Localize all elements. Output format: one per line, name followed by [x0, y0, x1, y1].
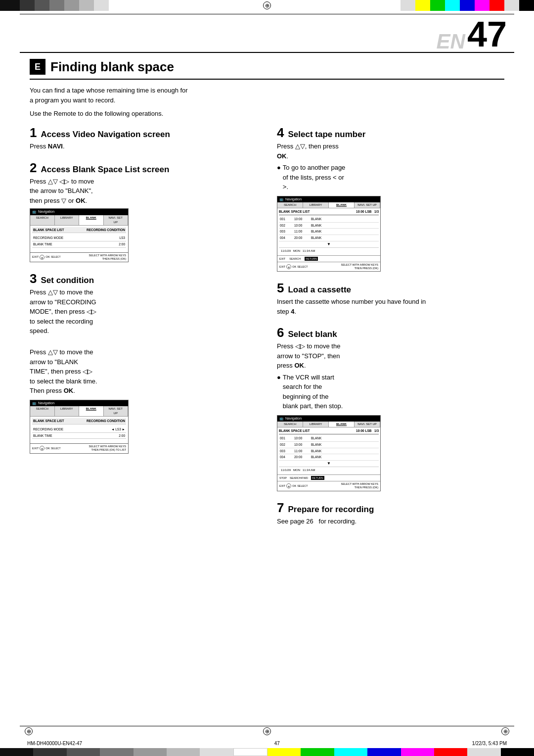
step-5: 5 Load a cassette Insert the cassette wh…	[277, 282, 504, 316]
step-3-body: Press △▽ to move thearrow to "RECORDINGM…	[30, 287, 257, 454]
color-white2	[504, 0, 519, 11]
en-label: EN	[437, 31, 465, 52]
step-5-title: Load a cassette	[288, 285, 351, 295]
color-darkgray2	[35, 0, 49, 11]
right-column: 4 Select tape number Press △▽, then pres…	[277, 126, 504, 536]
step-7: 7 Prepare for recording See page 26 for …	[277, 501, 504, 526]
color-darkgray1	[20, 0, 35, 11]
step-6-body: Press ◁▷ to move thearrow to "STOP", the…	[277, 341, 504, 491]
step-6-number: 6	[277, 326, 284, 339]
color-white-block	[400, 0, 415, 11]
color-verylightgray	[94, 0, 109, 11]
page-number: 47	[467, 16, 507, 52]
page-title-section: E Finding blank space	[30, 59, 504, 80]
step-3-number: 3	[30, 272, 37, 285]
intro-paragraph: You can find a tape whose remaining time…	[30, 86, 267, 105]
step-4-title: Select tape number	[288, 130, 365, 140]
step-4: 4 Select tape number Press △▽, then pres…	[277, 126, 504, 272]
color-gray	[49, 0, 64, 11]
color-magenta	[475, 0, 490, 11]
nav-screen-step2: 📺Navigation SEARCH LIBRARY BLANK NAVI. S…	[30, 208, 129, 262]
color-yellow	[415, 0, 430, 11]
nav-screen-step4: 📺Navigation SEARCH LIBRARY BLANK NAVI. S…	[277, 196, 381, 272]
page-title: Finding blank space	[50, 59, 174, 75]
nav-screen-step6: 📺Navigation SEARCH LIBRARY BLANK NAVI. S…	[277, 415, 381, 491]
step-1-title: Access Video Navigation screen	[41, 130, 170, 140]
color-black2	[519, 0, 534, 11]
color-blue	[460, 0, 475, 11]
step-3-title: Set condition	[41, 276, 94, 285]
footer-center: 47	[274, 741, 280, 746]
step-2-number: 2	[30, 161, 37, 174]
step-2: 2 Access Blank Space List screen Press △…	[30, 161, 257, 263]
step-1-number: 1	[30, 126, 37, 139]
color-cyan	[445, 0, 460, 11]
step-2-title: Access Blank Space List screen	[41, 165, 169, 175]
color-red	[490, 0, 504, 11]
step-5-body: Insert the cassette whose number you hav…	[277, 297, 504, 316]
color-midgray	[64, 0, 79, 11]
step-1-body: Press NAVI.	[30, 142, 257, 151]
color-lightgray	[79, 0, 94, 11]
color-green	[430, 0, 445, 11]
step-7-title: Prepare for recording	[288, 505, 374, 515]
step-6: 6 Select blank Press ◁▷ to move thearrow…	[277, 326, 504, 491]
top-color-bar: ⊕	[0, 0, 534, 11]
nav-screen-step3: 📺Navigation SEARCH LIBRARY BLANK NAVI. S…	[30, 400, 129, 454]
step-4-body: Press △▽, then pressOK. ● To go to anoth…	[277, 142, 504, 272]
step-6-title: Select blank	[288, 330, 337, 339]
step-7-number: 7	[277, 501, 284, 514]
step-3: 3 Set condition Press △▽ to move thearro…	[30, 272, 257, 454]
footer-left: HM-DH40000U-EN42-47	[27, 741, 82, 746]
step-1: 1 Access Video Navigation screen Press N…	[30, 126, 257, 151]
step-2-body: Press △▽ ◁▷ to movethe arrow to "BLANK",…	[30, 177, 257, 263]
use-remote-text: Use the Remote to do the following opera…	[30, 110, 277, 117]
left-column: 1 Access Video Navigation screen Press N…	[30, 126, 257, 536]
title-icon: E	[30, 59, 45, 75]
step-5-number: 5	[277, 282, 284, 294]
step-7-body: See page 26 for recording.	[277, 517, 504, 526]
footer-right: 1/22/3, 5:43 PM	[472, 741, 507, 746]
step-4-number: 4	[277, 126, 284, 139]
color-black	[0, 0, 20, 11]
